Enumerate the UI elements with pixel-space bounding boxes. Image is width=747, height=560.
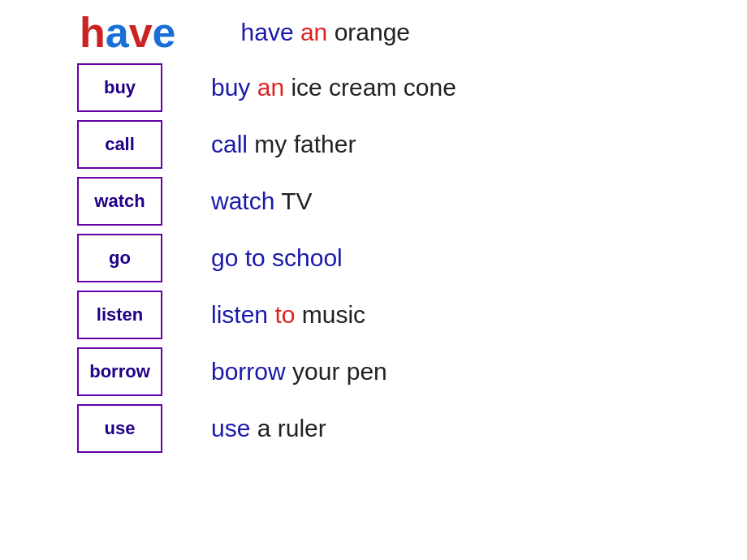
phrase-rest: your pen	[286, 358, 387, 385]
main-container: have have an orange buy buy an ice cream…	[0, 0, 747, 469]
phrase-rest: a ruler	[250, 415, 326, 442]
word-box-listen[interactable]: listen	[77, 291, 162, 339]
phrase-go: go to school	[211, 244, 343, 272]
phrase-verb: use	[211, 415, 250, 442]
phrase-call: call my father	[211, 131, 356, 158]
word-box-borrow[interactable]: borrow	[77, 347, 162, 396]
phrase-watch: watch TV	[211, 187, 313, 215]
word-box-call[interactable]: call	[77, 120, 162, 169]
letter-h: h	[80, 9, 106, 56]
letter-a: a	[106, 9, 129, 56]
row-watch: watch watch TV	[16, 177, 731, 226]
phrase-listen: listen to music	[211, 301, 365, 329]
word-box-watch[interactable]: watch	[77, 177, 162, 226]
word-buy: buy	[104, 77, 136, 98]
word-go: go	[109, 248, 131, 269]
phrase-use: use a ruler	[211, 415, 326, 442]
phrase-verb: buy	[211, 74, 257, 101]
phrase-article: an	[257, 74, 284, 101]
phrase-prep: to	[274, 301, 295, 328]
row-listen: listen listen to music	[16, 291, 731, 339]
phrase-verb: have	[241, 19, 300, 45]
row-call: call call my father	[16, 120, 731, 169]
word-watch: watch	[94, 191, 145, 212]
phrase-verb: call	[211, 131, 248, 157]
row-borrow: borrow borrow your pen	[16, 347, 731, 396]
phrase-verb: borrow	[211, 358, 286, 385]
phrase-text: go to school	[211, 244, 343, 271]
phrase-noun: orange	[327, 19, 410, 45]
phrase-article: an	[300, 19, 327, 45]
title-row: have have an orange	[16, 8, 731, 57]
phrase-noun: ice cream cone	[284, 74, 456, 101]
word-box-go[interactable]: go	[77, 234, 162, 282]
phrase-verb: watch	[211, 187, 274, 214]
word-box-buy[interactable]: buy	[77, 63, 162, 112]
phrase-buy: buy an ice cream cone	[211, 74, 456, 101]
word-call: call	[105, 134, 135, 155]
word-use: use	[105, 418, 136, 439]
title-word: have	[80, 8, 176, 57]
phrase-verb: listen	[211, 301, 274, 328]
row-buy: buy buy an ice cream cone	[16, 63, 731, 112]
word-listen: listen	[97, 304, 143, 325]
phrase-rest: TV	[274, 187, 312, 214]
letter-v: v	[129, 9, 153, 56]
phrase-borrow: borrow your pen	[211, 358, 387, 386]
have-phrase: have an orange	[241, 19, 411, 46]
phrase-rest: my father	[248, 131, 356, 157]
row-go: go go to school	[16, 234, 731, 282]
word-box-use[interactable]: use	[77, 404, 162, 453]
row-use: use use a ruler	[16, 404, 731, 453]
letter-e: e	[153, 9, 176, 56]
word-borrow: borrow	[89, 361, 150, 382]
phrase-noun: music	[295, 301, 365, 328]
